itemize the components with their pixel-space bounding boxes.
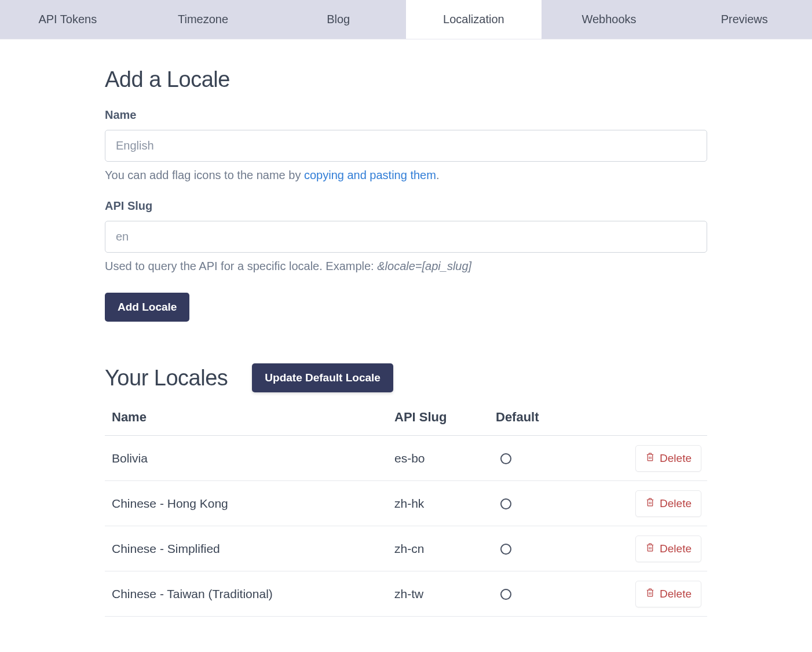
locale-slug: zh-tw xyxy=(394,587,496,601)
locale-slug: zh-cn xyxy=(394,542,496,556)
locale-name: Bolivia xyxy=(105,451,394,465)
table-header-default: Default xyxy=(496,410,600,425)
default-radio[interactable] xyxy=(500,589,511,600)
delete-button[interactable]: Delete xyxy=(635,490,701,517)
trash-icon xyxy=(645,451,655,465)
table-header-name: Name xyxy=(105,410,394,425)
trash-icon xyxy=(645,587,655,601)
slug-hint-text: Used to query the API for a specific loc… xyxy=(105,260,377,272)
update-default-locale-button[interactable]: Update Default Locale xyxy=(252,363,393,392)
delete-label: Delete xyxy=(660,497,692,510)
delete-label: Delete xyxy=(660,542,692,555)
table-row: Chinese - Simplifiedzh-cnDelete xyxy=(105,526,707,571)
flag-icons-link[interactable]: copying and pasting them xyxy=(304,169,436,181)
table-header-slug: API Slug xyxy=(394,410,496,425)
table-row: Boliviaes-boDelete xyxy=(105,436,707,481)
name-input[interactable] xyxy=(105,130,707,162)
slug-input[interactable] xyxy=(105,221,707,253)
default-radio[interactable] xyxy=(500,498,511,509)
tab-api-tokens[interactable]: API Tokens xyxy=(0,0,136,39)
add-locale-button[interactable]: Add Locale xyxy=(105,293,189,322)
tab-localization[interactable]: Localization xyxy=(406,0,542,39)
default-radio[interactable] xyxy=(500,453,511,464)
locale-name: Chinese - Taiwan (Traditional) xyxy=(105,587,394,601)
table-row: Chinese - Hong Kongzh-hkDelete xyxy=(105,481,707,526)
delete-button[interactable]: Delete xyxy=(635,445,701,472)
name-hint-suffix: . xyxy=(436,169,440,181)
delete-label: Delete xyxy=(660,452,692,465)
delete-label: Delete xyxy=(660,588,692,600)
name-hint: You can add flag icons to the name by co… xyxy=(105,169,707,182)
tab-webhooks[interactable]: Webhooks xyxy=(542,0,677,39)
default-radio[interactable] xyxy=(500,544,511,555)
tab-timezone[interactable]: Timezone xyxy=(136,0,271,39)
slug-hint: Used to query the API for a specific loc… xyxy=(105,260,707,273)
trash-icon xyxy=(645,542,655,556)
add-locale-title: Add a Locale xyxy=(105,67,707,92)
delete-button[interactable]: Delete xyxy=(635,581,701,607)
trash-icon xyxy=(645,497,655,511)
locale-name: Chinese - Hong Kong xyxy=(105,497,394,511)
tab-bar: API TokensTimezoneBlogLocalizationWebhoo… xyxy=(0,0,812,39)
locale-name: Chinese - Simplified xyxy=(105,542,394,556)
delete-button[interactable]: Delete xyxy=(635,536,701,562)
locale-slug: zh-hk xyxy=(394,497,496,511)
tab-previews[interactable]: Previews xyxy=(676,0,812,39)
name-hint-prefix: You can add flag icons to the name by xyxy=(105,169,304,181)
locale-slug: es-bo xyxy=(394,451,496,465)
locales-table: Name API Slug Default Boliviaes-boDelete… xyxy=(105,410,707,617)
your-locales-title: Your Locales xyxy=(105,366,228,391)
slug-label: API Slug xyxy=(105,199,707,213)
tab-blog[interactable]: Blog xyxy=(270,0,406,39)
table-row: Chinese - Taiwan (Traditional)zh-twDelet… xyxy=(105,571,707,617)
name-label: Name xyxy=(105,108,707,122)
slug-hint-example: &locale=[api_slug] xyxy=(377,260,471,272)
